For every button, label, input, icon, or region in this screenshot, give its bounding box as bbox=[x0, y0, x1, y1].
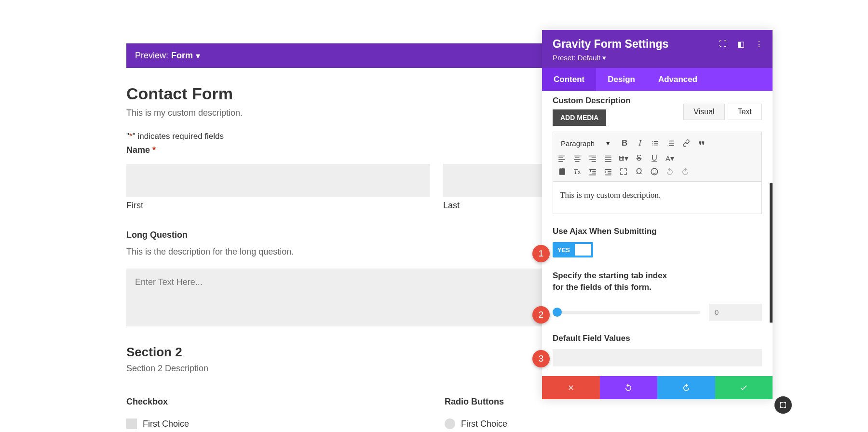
scrollbar[interactable] bbox=[770, 183, 773, 323]
callout-badge-2: 2 bbox=[532, 306, 550, 324]
chevron-down-icon[interactable]: ▾ bbox=[196, 51, 200, 61]
tab-index-slider[interactable] bbox=[553, 311, 700, 314]
panel-tabs: Content Design Advanced bbox=[542, 68, 773, 91]
tab-content[interactable]: Content bbox=[542, 68, 596, 91]
bold-icon[interactable]: B bbox=[620, 138, 629, 148]
fullscreen-icon[interactable] bbox=[619, 167, 628, 176]
radio-icon[interactable] bbox=[445, 418, 455, 429]
text-color-icon[interactable]: A▾ bbox=[665, 153, 675, 163]
redo-button[interactable] bbox=[657, 376, 715, 399]
first-name-sublabel: First bbox=[126, 201, 430, 211]
editor-tab-visual[interactable]: Visual bbox=[683, 104, 724, 120]
outdent-icon[interactable] bbox=[588, 167, 597, 176]
italic-icon[interactable]: I bbox=[635, 138, 645, 148]
undo-icon[interactable] bbox=[665, 167, 675, 176]
editor-tab-text[interactable]: Text bbox=[728, 104, 762, 120]
strikethrough-icon[interactable]: S bbox=[634, 153, 644, 163]
svg-point-1 bbox=[653, 171, 654, 172]
preview-value[interactable]: Form bbox=[171, 51, 193, 61]
align-justify-icon[interactable] bbox=[603, 153, 613, 163]
expand-icon[interactable]: ⛶ bbox=[719, 40, 727, 49]
kebab-menu-icon[interactable]: ⋮ bbox=[755, 40, 763, 49]
redo-icon[interactable] bbox=[680, 167, 690, 176]
add-media-button[interactable]: ADD MEDIA bbox=[553, 109, 606, 126]
clear-format-icon[interactable]: Tx bbox=[572, 167, 582, 176]
settings-panel: Gravity Form Settings Preset: Default ▾ … bbox=[542, 30, 773, 399]
bullet-list-icon[interactable] bbox=[651, 138, 660, 148]
preview-label: Preview: bbox=[135, 51, 168, 61]
paragraph-select[interactable]: Paragraph▾ bbox=[557, 137, 614, 149]
link-icon[interactable] bbox=[681, 138, 691, 148]
default-values-input[interactable] bbox=[553, 349, 762, 366]
svg-point-2 bbox=[655, 171, 656, 172]
slider-thumb[interactable] bbox=[553, 308, 562, 317]
emoji-icon[interactable] bbox=[650, 167, 659, 176]
ajax-toggle[interactable]: YES bbox=[553, 242, 593, 257]
align-right-icon[interactable] bbox=[588, 153, 597, 163]
default-values-label: Default Field Values bbox=[553, 334, 762, 343]
cancel-button[interactable] bbox=[542, 376, 600, 399]
indent-icon[interactable] bbox=[603, 167, 613, 176]
dock-icon[interactable]: ◧ bbox=[737, 40, 745, 49]
align-center-icon[interactable] bbox=[572, 153, 582, 163]
editor-content[interactable]: This is my custom description. bbox=[553, 182, 762, 214]
toggle-knob bbox=[575, 244, 591, 256]
save-button[interactable] bbox=[715, 376, 773, 399]
special-char-icon[interactable]: Ω bbox=[634, 167, 644, 176]
wysiwyg-toolbar: Paragraph▾ B I ▾ S U A▾ Tx bbox=[553, 132, 762, 182]
panel-preset[interactable]: Preset: Default ▾ bbox=[553, 54, 762, 62]
paste-icon[interactable] bbox=[557, 167, 567, 176]
expand-fullscreen-button[interactable] bbox=[774, 396, 792, 414]
undo-button[interactable] bbox=[600, 376, 658, 399]
tab-design[interactable]: Design bbox=[596, 68, 647, 91]
numbered-list-icon[interactable] bbox=[666, 138, 676, 148]
underline-icon[interactable]: U bbox=[650, 153, 659, 163]
panel-body: Custom Description ADD MEDIA Visual Text… bbox=[542, 91, 773, 376]
tab-index-value[interactable]: 0 bbox=[709, 304, 762, 321]
table-icon[interactable]: ▾ bbox=[619, 153, 628, 163]
tab-index-label: Specify the starting tab index for the f… bbox=[553, 270, 668, 293]
quote-icon[interactable] bbox=[697, 138, 706, 148]
panel-footer bbox=[542, 376, 773, 399]
checkbox-group-label: Checkbox bbox=[126, 397, 445, 407]
first-name-input[interactable] bbox=[126, 164, 430, 197]
callout-badge-1: 1 bbox=[532, 245, 550, 262]
checkbox-item[interactable]: First Choice bbox=[126, 418, 445, 429]
panel-header: Gravity Form Settings Preset: Default ▾ … bbox=[542, 30, 773, 68]
align-left-icon[interactable] bbox=[557, 153, 567, 163]
ajax-label: Use Ajax When Submitting bbox=[553, 227, 762, 236]
callout-badge-3: 3 bbox=[532, 350, 550, 367]
svg-point-0 bbox=[651, 168, 658, 175]
radio-item[interactable]: First Choice bbox=[445, 418, 739, 429]
checkbox-icon[interactable] bbox=[126, 418, 137, 429]
tab-advanced[interactable]: Advanced bbox=[647, 68, 709, 91]
